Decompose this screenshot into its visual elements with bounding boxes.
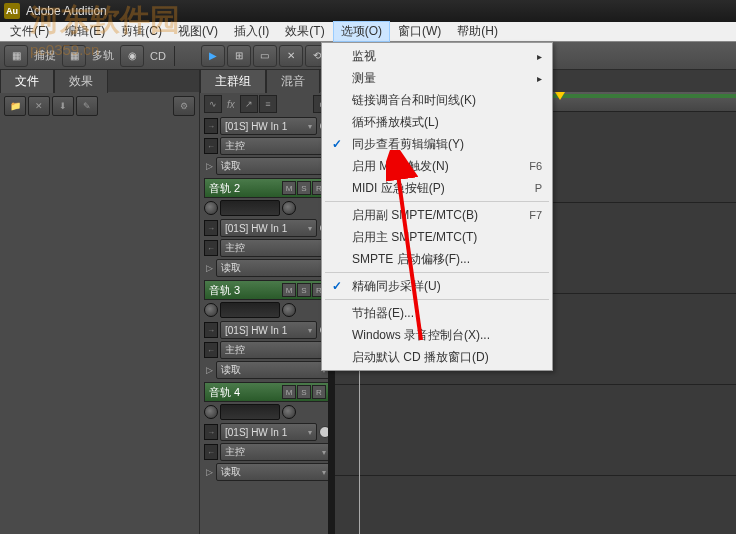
cd-label: CD xyxy=(146,50,170,62)
pan-knob[interactable] xyxy=(282,303,296,317)
import-btn[interactable]: 📁 xyxy=(4,96,26,116)
menu-midi-panic[interactable]: MIDI 应急按钮(P)P xyxy=(324,177,550,199)
menu-metronome[interactable]: 节拍器(E)... xyxy=(324,302,550,324)
menu-options[interactable]: 选项(O) xyxy=(333,21,390,42)
track-name: 音轨 4 xyxy=(209,385,240,400)
output-arrow-icon[interactable]: ← xyxy=(204,444,218,460)
output-arrow-icon[interactable]: ← xyxy=(204,342,218,358)
shortcut: P xyxy=(535,182,542,194)
close-btn[interactable]: ✕ xyxy=(28,96,50,116)
menu-smpte-slave[interactable]: 启用副 SMPTE/MTC(B)F7 xyxy=(324,204,550,226)
master-select[interactable]: 主控 xyxy=(220,443,331,461)
menu-separator xyxy=(325,272,549,273)
input-arrow-icon[interactable]: → xyxy=(204,220,218,236)
vol-knob[interactable] xyxy=(204,303,218,317)
output-arrow-icon[interactable]: ← xyxy=(204,138,218,154)
menu-link-mixer[interactable]: 链接调音台和时间线(K) xyxy=(324,89,550,111)
menu-file[interactable]: 文件(F) xyxy=(2,21,57,42)
solo-btn[interactable]: S xyxy=(297,181,311,195)
tool-btn-3[interactable]: ◉ xyxy=(120,45,144,67)
menu-monitor[interactable]: 监视 xyxy=(324,45,550,67)
lane-4[interactable] xyxy=(335,385,736,476)
record-btn[interactable]: R xyxy=(312,385,326,399)
menu-help[interactable]: 帮助(H) xyxy=(449,21,506,42)
vol-knob[interactable] xyxy=(204,201,218,215)
track-3: 音轨 3MSR →[01S] HW In 1 ←主控 ▷读取 xyxy=(204,280,331,380)
read-select[interactable]: 读取 xyxy=(216,463,331,481)
menu-loop-playback[interactable]: 循环播放模式(L) xyxy=(324,111,550,133)
menu-windows-record[interactable]: Windows 录音控制台(X)... xyxy=(324,324,550,346)
vol-display[interactable] xyxy=(220,302,280,318)
output-arrow-icon[interactable]: ← xyxy=(204,240,218,256)
input-arrow-icon[interactable]: → xyxy=(204,424,218,440)
hdr-waveform-icon[interactable]: ∿ xyxy=(204,95,222,113)
insert-btn[interactable]: ⬇ xyxy=(52,96,74,116)
solo-btn[interactable]: S xyxy=(297,283,311,297)
menu-smpte-master[interactable]: 启用主 SMPTE/MTC(T) xyxy=(324,226,550,248)
tab-files[interactable]: 文件 xyxy=(0,69,54,93)
vol-display[interactable] xyxy=(220,200,280,216)
shortcut: F6 xyxy=(529,160,542,172)
menu-smpte-offset[interactable]: SMPTE 启动偏移(F)... xyxy=(324,248,550,270)
master-select[interactable]: 主控 xyxy=(220,137,331,155)
tool-btn-1[interactable]: ▦ xyxy=(4,45,28,67)
automation-icon[interactable]: ▷ xyxy=(204,365,214,375)
tool-btn-2[interactable]: ▦ xyxy=(62,45,86,67)
read-select[interactable]: 读取 xyxy=(216,259,331,277)
pan-knob[interactable] xyxy=(282,201,296,215)
track-2-header[interactable]: 音轨 2MSR xyxy=(204,178,331,198)
track-3-header[interactable]: 音轨 3MSR xyxy=(204,280,331,300)
tab-mixer[interactable]: 混音 xyxy=(266,69,320,93)
play-btn[interactable]: ▶ xyxy=(201,45,225,67)
read-select[interactable]: 读取 xyxy=(216,157,331,175)
master-select[interactable]: 主控 xyxy=(220,341,331,359)
capture-label: 捕捉 xyxy=(30,48,60,63)
tool-btn-5[interactable]: ⊞ xyxy=(227,45,251,67)
vol-knob[interactable] xyxy=(204,405,218,419)
menu-effects[interactable]: 效果(T) xyxy=(277,21,332,42)
track-name: 音轨 2 xyxy=(209,181,240,196)
hw-in-select[interactable]: [01S] HW In 1 xyxy=(220,321,317,339)
automation-icon[interactable]: ▷ xyxy=(204,263,214,273)
hw-in-select[interactable]: [01S] HW In 1 xyxy=(220,423,317,441)
edit-btn[interactable]: ✎ xyxy=(76,96,98,116)
app-title: Adobe Audition xyxy=(26,4,107,18)
tool-btn-6[interactable]: ▭ xyxy=(253,45,277,67)
master-select[interactable]: 主控 xyxy=(220,239,331,257)
automation-icon[interactable]: ▷ xyxy=(204,161,214,171)
menu-window[interactable]: 窗口(W) xyxy=(390,21,449,42)
mute-btn[interactable]: M xyxy=(282,181,296,195)
hdr-eq-icon[interactable]: ≡ xyxy=(259,95,277,113)
options-menu: 监视 测量 链接调音台和时间线(K) 循环播放模式(L) 同步查看剪辑编辑(Y)… xyxy=(321,42,553,371)
tool-btn-7[interactable]: ✕ xyxy=(279,45,303,67)
menu-edit[interactable]: 编辑(E) xyxy=(57,21,113,42)
mute-btn[interactable]: M xyxy=(282,385,296,399)
tab-effects[interactable]: 效果 xyxy=(54,69,108,93)
hw-in-select[interactable]: [01S] HW In 1 xyxy=(220,219,317,237)
pan-knob[interactable] xyxy=(282,405,296,419)
hw-in-select[interactable]: [01S] HW In 1 xyxy=(220,117,317,135)
app-icon: Au xyxy=(4,3,20,19)
menu-clip[interactable]: 剪辑(C) xyxy=(113,21,170,42)
menu-insert[interactable]: 插入(I) xyxy=(226,21,277,42)
automation-icon[interactable]: ▷ xyxy=(204,467,214,477)
hdr-send-icon[interactable]: ↗ xyxy=(240,95,258,113)
menu-sample-accurate[interactable]: 精确同步采样(U) xyxy=(324,275,550,297)
track-2: 音轨 2MSR →[01S] HW In 1 ←主控 ▷读取 xyxy=(204,178,331,278)
read-select[interactable]: 读取 xyxy=(216,361,331,379)
menu-measure[interactable]: 测量 xyxy=(324,67,550,89)
opts-btn[interactable]: ⚙ xyxy=(173,96,195,116)
vol-display[interactable] xyxy=(220,404,280,420)
menu-default-cd[interactable]: 启动默认 CD 播放窗口(D) xyxy=(324,346,550,368)
menu-view[interactable]: 视图(V) xyxy=(170,21,226,42)
tab-main-group[interactable]: 主群组 xyxy=(200,69,266,93)
shortcut: F7 xyxy=(529,209,542,221)
input-arrow-icon[interactable]: → xyxy=(204,118,218,134)
track-4-header[interactable]: 音轨 4MSR xyxy=(204,382,331,402)
solo-btn[interactable]: S xyxy=(297,385,311,399)
mute-btn[interactable]: M xyxy=(282,283,296,297)
playhead-icon[interactable] xyxy=(555,92,565,100)
menu-midi-trigger[interactable]: 启用 MIDI 触发(N)F6 xyxy=(324,155,550,177)
input-arrow-icon[interactable]: → xyxy=(204,322,218,338)
menu-sync-clip-edit[interactable]: 同步查看剪辑编辑(Y) xyxy=(324,133,550,155)
